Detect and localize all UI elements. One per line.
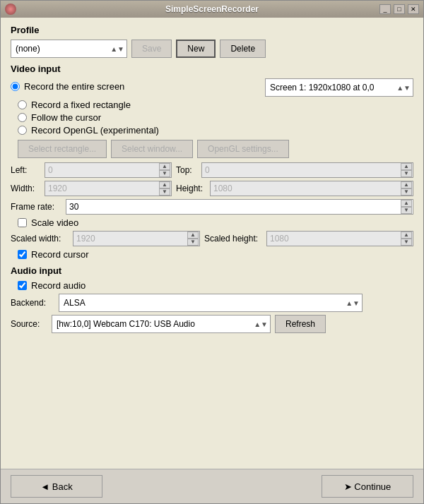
width-label: Width: [11, 184, 40, 193]
width-spinbox-arrows: ▲ ▼ [159, 181, 170, 196]
left-spinbox-arrows: ▲ ▼ [159, 163, 170, 177]
screen-select[interactable]: Screen 1: 1920x1080 at 0,0 [265, 78, 413, 97]
left-input[interactable] [45, 162, 172, 178]
source-label: Source: [11, 319, 47, 329]
scaled-width-height-row: Scaled width: ▲ ▼ Scaled height: ▲ ▼ [11, 231, 413, 246]
main-window: SimpleScreenRecorder _ □ ✕ Profile (none… [0, 0, 424, 504]
frame-rate-spinbox: ▲ ▼ [66, 199, 413, 215]
window-controls: _ □ ✕ [379, 4, 419, 14]
backend-select-wrapper: ALSA PulseAudio ▲▼ [59, 294, 363, 312]
backend-row: Backend: ALSA PulseAudio ▲▼ [11, 294, 413, 312]
left-spinbox: ▲ ▼ [45, 162, 172, 178]
record-cursor-label: Record cursor [31, 249, 89, 260]
radio-follow-cursor[interactable] [18, 113, 27, 122]
record-audio-label: Record audio [31, 280, 86, 291]
top-spinbox: ▲ ▼ [201, 162, 413, 178]
scaled-height-spinbox-arrows: ▲ ▼ [401, 232, 412, 246]
scaled-width-up-arrow[interactable]: ▲ [187, 232, 199, 239]
record-audio-checkbox[interactable] [18, 281, 27, 290]
screen-select-wrapper: Screen 1: 1920x1080 at 0,0 ▲▼ [265, 78, 413, 97]
height-label: Height: [176, 184, 206, 193]
scaled-height-spinbox: ▲ ▼ [266, 231, 413, 246]
record-cursor-row: Record cursor [18, 249, 413, 260]
radio-entire-screen-row: Record the entire screen [11, 81, 261, 92]
backend-select[interactable]: ALSA PulseAudio [59, 294, 363, 312]
height-input[interactable] [210, 181, 413, 196]
minimize-button[interactable]: _ [379, 4, 391, 14]
width-spinbox: ▲ ▼ [45, 181, 172, 196]
left-down-arrow[interactable]: ▼ [159, 170, 170, 177]
height-up-arrow[interactable]: ▲ [401, 181, 412, 188]
titlebar: SimpleScreenRecorder _ □ ✕ [1, 1, 423, 18]
scaled-width-input[interactable] [73, 231, 200, 246]
back-button[interactable]: ◄ Back [11, 475, 102, 498]
radio-opengl-label: Record OpenGL (experimental) [31, 125, 159, 136]
frame-rate-up-arrow[interactable]: ▲ [401, 200, 412, 207]
frame-rate-label: Frame rate: [11, 202, 61, 212]
record-cursor-checkbox[interactable] [18, 250, 27, 259]
scaled-height-input[interactable] [266, 231, 413, 246]
select-window-button[interactable]: Select window... [111, 140, 193, 158]
frame-rate-down-arrow[interactable]: ▼ [401, 207, 412, 214]
opengl-settings-button[interactable]: OpenGL settings... [197, 140, 289, 158]
left-up-arrow[interactable]: ▲ [159, 163, 170, 170]
radio-entire-screen[interactable] [11, 82, 20, 91]
maximize-button[interactable]: □ [394, 4, 405, 14]
radio-follow-cursor-label: Follow the cursor [31, 112, 101, 123]
scaled-height-up-arrow[interactable]: ▲ [401, 232, 412, 239]
scaled-height-down-arrow[interactable]: ▼ [401, 239, 412, 246]
delete-button[interactable]: Delete [220, 40, 266, 58]
window-title: SimpleScreenRecorder [165, 4, 259, 14]
scaled-height-label: Scaled height: [204, 234, 262, 244]
source-select-wrapper: [hw:10,0] Webcam C170: USB Audio ▲▼ [52, 315, 271, 333]
scale-video-label: Scale video [31, 217, 78, 228]
audio-input-section-title: Audio input [11, 265, 413, 276]
width-height-row: Width: ▲ ▼ Height: ▲ ▼ [11, 181, 413, 196]
rect-buttons-row: Select rectangle... Select window... Ope… [18, 140, 413, 158]
top-spinbox-arrows: ▲ ▼ [401, 163, 412, 177]
continue-button[interactable]: ➤ Continue [322, 475, 413, 498]
scaled-width-down-arrow[interactable]: ▼ [187, 239, 199, 246]
record-audio-row: Record audio [18, 280, 413, 291]
scale-video-checkbox[interactable] [18, 218, 27, 227]
save-button[interactable]: Save [131, 40, 172, 58]
scaled-width-spinbox: ▲ ▼ [73, 231, 200, 246]
width-input[interactable] [45, 181, 172, 196]
top-input[interactable] [201, 162, 413, 178]
height-down-arrow[interactable]: ▼ [401, 188, 412, 196]
height-spinbox-arrows: ▲ ▼ [401, 181, 412, 196]
video-input-section-title: Video input [11, 64, 413, 74]
height-spinbox: ▲ ▼ [210, 181, 413, 196]
profile-section-title: Profile [11, 25, 413, 35]
radio-opengl-row: Record OpenGL (experimental) [18, 125, 413, 136]
scaled-width-spinbox-arrows: ▲ ▼ [187, 232, 199, 246]
top-down-arrow[interactable]: ▼ [401, 170, 412, 177]
radio-fixed-rect-label: Record a fixed rectangle [31, 100, 131, 110]
source-row: Source: [hw:10,0] Webcam C170: USB Audio… [11, 315, 413, 333]
frame-rate-row: Frame rate: ▲ ▼ [11, 199, 413, 215]
bottom-bar: ◄ Back ➤ Continue [1, 469, 423, 503]
radio-follow-cursor-row: Follow the cursor [18, 112, 413, 123]
app-icon [5, 4, 16, 15]
top-up-arrow[interactable]: ▲ [401, 163, 412, 170]
refresh-button[interactable]: Refresh [275, 315, 326, 333]
radio-entire-screen-label: Record the entire screen [24, 81, 124, 92]
width-up-arrow[interactable]: ▲ [159, 181, 170, 188]
top-label: Top: [176, 165, 197, 175]
profile-select[interactable]: (none) [11, 40, 127, 58]
backend-label: Backend: [11, 298, 54, 308]
frame-rate-spinbox-arrows: ▲ ▼ [401, 200, 412, 214]
radio-opengl[interactable] [18, 126, 27, 135]
screen-select-row: Record the entire screen Screen 1: 1920x… [11, 78, 413, 97]
select-rectangle-button[interactable]: Select rectangle... [18, 140, 107, 158]
radio-fixed-rect-row: Record a fixed rectangle [18, 100, 413, 110]
width-down-arrow[interactable]: ▼ [159, 188, 170, 196]
profile-row: (none) ▲▼ Save New Delete [11, 40, 413, 58]
source-select[interactable]: [hw:10,0] Webcam C170: USB Audio [52, 315, 271, 333]
new-button[interactable]: New [176, 40, 216, 58]
radio-fixed-rect[interactable] [18, 100, 27, 109]
profile-select-wrapper: (none) ▲▼ [11, 40, 127, 58]
frame-rate-input[interactable] [66, 199, 413, 215]
close-button[interactable]: ✕ [408, 4, 419, 14]
scale-video-row: Scale video [18, 217, 413, 228]
